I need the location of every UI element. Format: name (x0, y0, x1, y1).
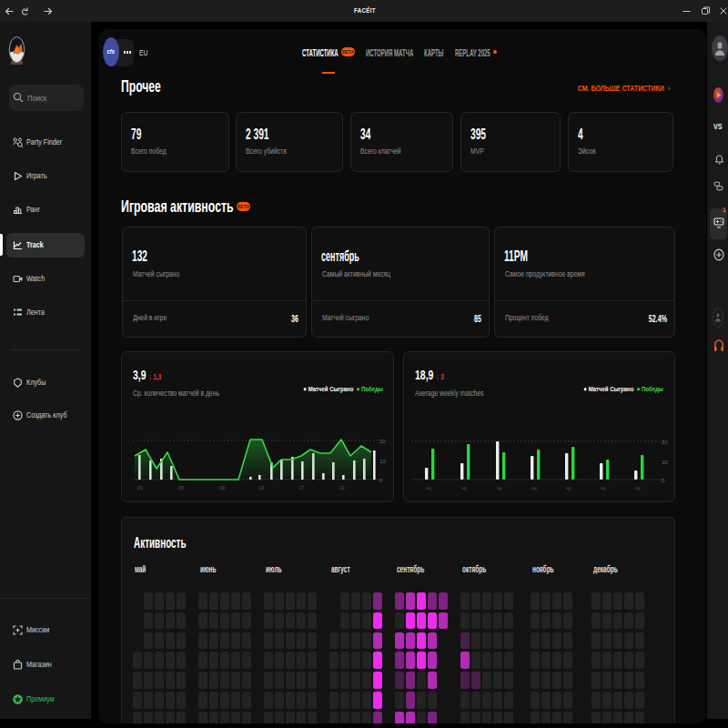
svg-text:13: 13 (258, 485, 264, 490)
svg-text:0: 0 (379, 478, 383, 483)
svg-text:0: 0 (662, 478, 665, 483)
svg-text:нд: нд (497, 485, 502, 490)
svg-text:10: 10 (379, 459, 386, 464)
svg-text:нд: нд (461, 485, 467, 490)
svg-text:нд: нд (566, 485, 571, 490)
svg-text:05: 05 (178, 485, 184, 490)
svg-text:01: 01 (137, 485, 143, 490)
svg-text:17: 17 (298, 485, 304, 490)
svg-text:10: 10 (662, 460, 668, 465)
svg-text:20: 20 (379, 439, 386, 444)
svg-text:нд: нд (635, 485, 641, 490)
svg-text:21: 21 (339, 485, 345, 490)
svg-text:09: 09 (219, 485, 225, 490)
svg-text:нд: нд (426, 485, 431, 490)
svg-text:20: 20 (662, 440, 668, 445)
svg-text:нд: нд (601, 485, 606, 490)
svg-text:нд: нд (531, 485, 537, 490)
